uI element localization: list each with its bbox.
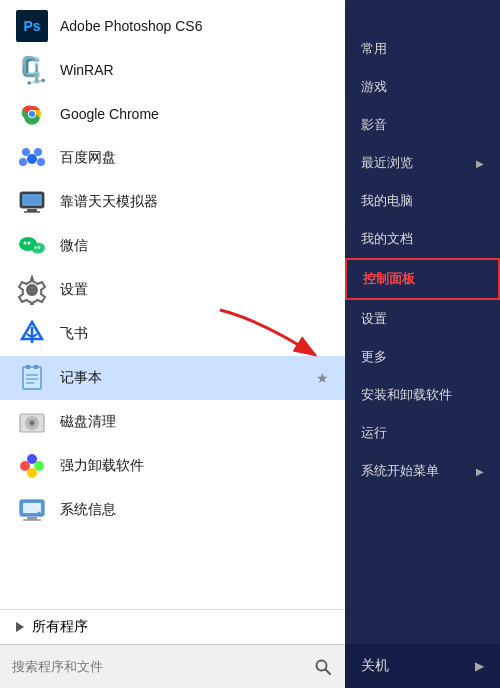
menu-label-install: 安装和卸载软件 bbox=[361, 386, 452, 404]
start-menu: Ps Adobe Photoshop CS6 🗜️ WinRAR bbox=[0, 0, 345, 688]
app-label-diskclean: 磁盘清理 bbox=[60, 413, 329, 431]
menu-label-game: 游戏 bbox=[361, 78, 387, 96]
svg-point-17 bbox=[34, 246, 36, 248]
app-label-winrar: WinRAR bbox=[60, 62, 329, 78]
svg-point-42 bbox=[38, 512, 41, 515]
app-label-settings: 设置 bbox=[60, 281, 329, 299]
startmenu-arrow-icon: ▶ bbox=[476, 466, 484, 477]
app-item-uninstall[interactable]: 强力卸载软件 bbox=[0, 444, 345, 488]
app-label-baidu: 百度网盘 bbox=[60, 149, 329, 167]
wechat-icon bbox=[16, 230, 48, 262]
app-item-photoshop[interactable]: Ps Adobe Photoshop CS6 bbox=[0, 4, 345, 48]
menu-item-common[interactable]: 常用 bbox=[345, 30, 500, 68]
chrome-icon bbox=[16, 98, 48, 130]
menu-item-controlpanel[interactable]: 控制面板 bbox=[345, 258, 500, 300]
menu-label-mypc: 我的电脑 bbox=[361, 192, 413, 210]
shutdown-bar: 关机 ▶ bbox=[345, 644, 500, 688]
svg-point-3 bbox=[29, 111, 35, 117]
menu-label-more: 更多 bbox=[361, 348, 387, 366]
winrar-icon: 🗜️ bbox=[16, 54, 48, 86]
photoshop-icon: Ps bbox=[16, 10, 48, 42]
simulator-icon bbox=[16, 186, 48, 218]
notepad-icon bbox=[16, 362, 48, 394]
search-icon[interactable] bbox=[313, 657, 333, 677]
svg-rect-24 bbox=[23, 367, 41, 389]
app-item-chrome[interactable]: Google Chrome bbox=[0, 92, 345, 136]
svg-point-37 bbox=[27, 468, 37, 478]
menu-item-game[interactable]: 游戏 bbox=[345, 68, 500, 106]
app-label-uninstall: 强力卸载软件 bbox=[60, 457, 329, 475]
app-item-diskclean[interactable]: 磁盘清理 bbox=[0, 400, 345, 444]
app-list: Ps Adobe Photoshop CS6 🗜️ WinRAR bbox=[0, 0, 345, 609]
search-input[interactable] bbox=[12, 659, 313, 674]
menu-label-mydocs: 我的文档 bbox=[361, 230, 413, 248]
menu-item-settings[interactable]: 设置 bbox=[345, 300, 500, 338]
recent-arrow-icon: ▶ bbox=[476, 158, 484, 169]
app-label-notepad: 记事本 bbox=[60, 369, 312, 387]
menu-item-video[interactable]: 影音 bbox=[345, 106, 500, 144]
search-bar bbox=[0, 644, 345, 688]
svg-point-4 bbox=[22, 148, 30, 156]
svg-point-18 bbox=[38, 246, 40, 248]
triangle-icon bbox=[16, 622, 24, 632]
menu-item-more[interactable]: 更多 bbox=[345, 338, 500, 376]
app-item-feishu[interactable]: 飞书 bbox=[0, 312, 345, 356]
svg-rect-25 bbox=[26, 365, 30, 369]
app-item-simulator[interactable]: 靠谱天天模拟器 bbox=[0, 180, 345, 224]
right-menu: 常用 游戏 影音 最近浏览 ▶ 我的电脑 我的文档 控制面板 设置 更多 安装和… bbox=[345, 0, 500, 644]
feishu-icon bbox=[16, 318, 48, 350]
uninstall-icon bbox=[16, 450, 48, 482]
all-programs-label: 所有程序 bbox=[32, 618, 88, 636]
menu-label-run: 运行 bbox=[361, 424, 387, 442]
app-label-sysinfo: 系统信息 bbox=[60, 501, 329, 519]
app-item-wechat[interactable]: 微信 bbox=[0, 224, 345, 268]
menu-item-mypc[interactable]: 我的电脑 bbox=[345, 182, 500, 220]
app-label-wechat: 微信 bbox=[60, 237, 329, 255]
app-item-notepad[interactable]: 记事本 ★ bbox=[0, 356, 345, 400]
svg-point-33 bbox=[31, 422, 33, 424]
menu-label-startmenu: 系统开始菜单 bbox=[361, 462, 439, 480]
svg-rect-41 bbox=[23, 503, 41, 513]
menu-item-install[interactable]: 安装和卸载软件 bbox=[345, 376, 500, 414]
svg-point-15 bbox=[24, 242, 27, 245]
app-label-chrome: Google Chrome bbox=[60, 106, 329, 122]
menu-label-common: 常用 bbox=[361, 40, 387, 58]
shutdown-button[interactable]: 关机 bbox=[361, 657, 389, 675]
svg-rect-26 bbox=[34, 365, 38, 369]
app-item-baidu[interactable]: 百度网盘 bbox=[0, 136, 345, 180]
app-item-sysinfo[interactable]: 系统信息 bbox=[0, 488, 345, 532]
menu-item-startmenu[interactable]: 系统开始菜单 ▶ bbox=[345, 452, 500, 490]
app-label-simulator: 靠谱天天模拟器 bbox=[60, 193, 329, 211]
svg-point-7 bbox=[37, 158, 45, 166]
menu-item-recent[interactable]: 最近浏览 ▶ bbox=[345, 144, 500, 182]
sysinfo-icon bbox=[16, 494, 48, 526]
svg-point-8 bbox=[27, 154, 37, 164]
app-item-settings[interactable]: 设置 bbox=[0, 268, 345, 312]
app-label-feishu: 飞书 bbox=[60, 325, 329, 343]
svg-rect-10 bbox=[22, 194, 42, 206]
svg-point-5 bbox=[34, 148, 42, 156]
app-item-winrar[interactable]: 🗜️ WinRAR bbox=[0, 48, 345, 92]
menu-label-settings: 设置 bbox=[361, 310, 387, 328]
svg-point-36 bbox=[27, 454, 37, 464]
svg-point-16 bbox=[28, 242, 31, 245]
svg-point-21 bbox=[30, 288, 34, 292]
settings-icon bbox=[16, 274, 48, 306]
menu-label-recent: 最近浏览 bbox=[361, 154, 413, 172]
menu-item-run[interactable]: 运行 bbox=[345, 414, 500, 452]
menu-label-controlpanel: 控制面板 bbox=[363, 270, 415, 288]
menu-item-mydocs[interactable]: 我的文档 bbox=[345, 220, 500, 258]
notepad-star: ★ bbox=[316, 370, 329, 386]
menu-label-video: 影音 bbox=[361, 116, 387, 134]
svg-line-44 bbox=[326, 669, 331, 674]
baidu-icon bbox=[16, 142, 48, 174]
app-label-photoshop: Adobe Photoshop CS6 bbox=[60, 18, 329, 34]
svg-point-6 bbox=[19, 158, 27, 166]
all-programs-row[interactable]: 所有程序 bbox=[0, 609, 345, 644]
shutdown-arrow-icon[interactable]: ▶ bbox=[475, 659, 484, 673]
diskclean-icon bbox=[16, 406, 48, 438]
